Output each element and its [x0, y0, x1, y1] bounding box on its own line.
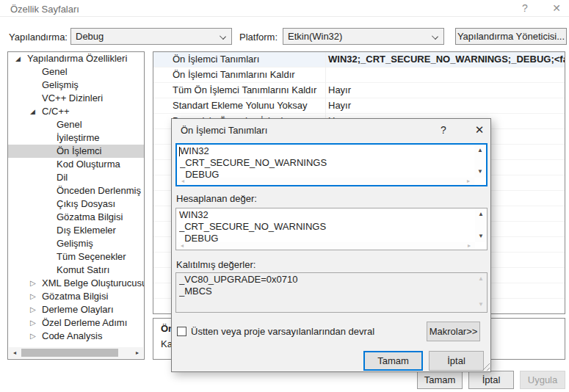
platform-label: Platform: — [239, 32, 278, 43]
tree-item-komut-satırı[interactable]: Komut Satırı — [8, 264, 144, 277]
tree-horizontal-scrollbar[interactable]: ◂ ▸ — [9, 347, 143, 358]
property-value — [327, 68, 565, 83]
ok-button[interactable]: Tamam — [417, 371, 463, 389]
tree-item-önceden-derlenmiş-ba[interactable]: Önceden Derlenmiş Ba — [8, 184, 144, 197]
tree-item-label: Gözatma Bilgisi — [42, 290, 108, 303]
scroll-down-icon[interactable]: ▼ — [474, 167, 486, 176]
scroll-up-icon[interactable]: ▲ — [475, 275, 487, 283]
tree-item-label: Yapılandırma Özellikleri — [27, 52, 127, 65]
window-titlebar: Özellik Sayfaları ? ✕ — [0, 0, 569, 17]
tree-item-vc++-dizinleri[interactable]: VC++ Dizinleri — [8, 92, 144, 105]
help-icon[interactable]: ? — [518, 2, 532, 14]
inherited-text: _VC80_UPGRADE=0x0710 _MBCS — [179, 274, 474, 311]
property-row[interactable]: Ön İşlemci Tanımlarını Kaldır — [153, 68, 565, 83]
macros-button[interactable]: Makrolar>> — [427, 322, 480, 341]
property-row[interactable]: Ön İşlemci TanımlarıWIN32;_CRT_SECURE_NO… — [153, 52, 565, 68]
tree-item-dil[interactable]: Dil — [8, 171, 144, 184]
cancel-button[interactable]: İptal — [468, 371, 514, 389]
tree-item-gözatma-bilgisi[interactable]: Gözatma Bilgisi — [8, 211, 144, 224]
vertical-scrollbar[interactable]: ▲ ▼ — [475, 208, 487, 242]
tree-item-gelişmiş[interactable]: Gelişmiş — [8, 79, 144, 92]
scroll-up-icon[interactable]: ▲ — [475, 210, 487, 219]
close-icon[interactable]: ✕ — [471, 123, 488, 137]
inherit-checkbox[interactable] — [177, 327, 186, 336]
tree-item-özel-derleme-adımı[interactable]: ▷Özel Derleme Adımı — [8, 316, 144, 330]
expanded-arrow-icon[interactable]: ◢ — [30, 105, 35, 118]
window-title: Özellik Sayfaları — [10, 4, 79, 15]
tree-item-çıkış-dosyası[interactable]: Çıkış Dosyası — [8, 197, 144, 211]
definitions-edit-box[interactable]: WIN32 _CRT_SECURE_NO_WARNINGS _DEBUG ▲ ▼… — [175, 143, 488, 186]
tree-item-label: Önceden Derlenmiş Ba — [57, 184, 144, 197]
chevron-down-icon — [432, 33, 438, 40]
configuration-tree: ◢Yapılandırma ÖzellikleriGenelGelişmişVC… — [7, 51, 145, 360]
vertical-scrollbar[interactable]: ▲ ▼ — [475, 273, 487, 311]
tree-item-label: Ön İşlemci — [57, 145, 101, 158]
tree-item-kod-oluşturma[interactable]: Kod Oluşturma — [8, 158, 144, 171]
property-value: WIN32;_CRT_SECURE_NO_WARNINGS;_DEBUG;<fa… — [327, 52, 565, 68]
scroll-right-icon[interactable]: ▸ — [465, 242, 474, 250]
tree-item-label: XML Belge Oluşturucusu — [42, 277, 144, 290]
tree-item-tüm-seçenekler[interactable]: Tüm Seçenekler — [8, 250, 144, 264]
platform-dropdown[interactable]: Etkin(Win32) — [283, 28, 444, 45]
tree-item-label: Gelişmiş — [42, 79, 79, 92]
property-name: Standart Ekleme Yolunu Yoksay — [153, 98, 326, 114]
inherit-checkbox-label: Üstten veya proje varsayılanlarından dev… — [191, 326, 374, 337]
configuration-dropdown[interactable]: Debug — [70, 28, 232, 45]
tree-item-label: Gelişmiş — [57, 237, 93, 250]
tree-item-dış-eklemeler[interactable]: Dış Eklemeler — [8, 224, 144, 237]
definitions-text: WIN32 _CRT_SECURE_NO_WARNINGS _DEBUG — [180, 145, 473, 178]
collapsed-arrow-icon[interactable]: ▷ — [30, 290, 36, 303]
scroll-down-icon[interactable]: ▼ — [475, 232, 487, 241]
configuration-value: Debug — [76, 31, 104, 42]
tree-item-label: Özel Derleme Adımı — [42, 316, 127, 330]
tree-item-gözatma-bilgisi[interactable]: ▷Gözatma Bilgisi — [8, 290, 144, 303]
expanded-arrow-icon[interactable]: ◢ — [15, 52, 21, 65]
property-value: Hayır — [327, 83, 565, 98]
evaluated-text: WIN32 _CRT_SECURE_NO_WARNINGS _DEBUG — [179, 209, 474, 242]
vertical-scrollbar[interactable]: ▲ ▼ — [474, 145, 486, 178]
tree-item-i-yileştirme[interactable]: İyileştirme — [8, 131, 144, 145]
collapsed-arrow-icon[interactable]: ▷ — [30, 330, 36, 343]
property-name: Ön İşlemci Tanımları — [153, 52, 326, 68]
scroll-left-icon[interactable]: ◂ — [178, 178, 187, 185]
scroll-right-icon[interactable]: ▸ — [464, 178, 473, 185]
tree-item-c/c++[interactable]: ◢C/C++ — [8, 105, 144, 118]
tree-item-derleme-olayları[interactable]: ▷Derleme Olayları — [8, 303, 144, 316]
collapsed-arrow-icon[interactable]: ▷ — [30, 303, 36, 316]
cancel-button[interactable]: İptal — [429, 351, 484, 371]
collapsed-arrow-icon[interactable]: ▷ — [30, 277, 36, 290]
scroll-up-icon[interactable]: ▲ — [474, 146, 486, 155]
horizontal-scrollbar[interactable]: ◂ ▸ — [176, 242, 475, 250]
tree-item-label: Komut Satırı — [57, 264, 109, 277]
evaluated-value-box[interactable]: WIN32 _CRT_SECURE_NO_WARNINGS _DEBUG ▲ ▼… — [175, 208, 488, 250]
property-row[interactable]: Standart Ekleme Yolunu YoksayHayır — [153, 98, 565, 114]
tree-item-label: Derleme Olayları — [42, 303, 114, 316]
horizontal-scrollbar[interactable]: ◂ ▸ — [177, 178, 474, 185]
chevron-down-icon — [220, 33, 226, 40]
tree-item-genel[interactable]: Genel — [8, 65, 144, 79]
tree-item-code-analysis[interactable]: ▷Code Analysis — [8, 330, 144, 343]
dialog-title: Ön İşlemci Tanımları — [181, 125, 267, 136]
inherited-values-box[interactable]: _VC80_UPGRADE=0x0710 _MBCS ▲ ▼ — [175, 272, 488, 313]
tree-item-gelişmiş[interactable]: Gelişmiş — [8, 237, 144, 250]
help-icon[interactable]: ? — [436, 124, 451, 136]
scroll-down-icon[interactable]: ▼ — [475, 300, 487, 309]
scroll-left-icon[interactable]: ◂ — [178, 242, 186, 250]
property-value: Hayır — [327, 98, 565, 114]
inherited-values-label: Kalıtılmış değerler: — [176, 259, 255, 270]
tree-item-label: VC++ Dizinleri — [42, 92, 103, 105]
tree-item-genel[interactable]: Genel — [8, 118, 144, 131]
scroll-left-icon[interactable]: ◂ — [10, 348, 20, 357]
scrollbar-thumb[interactable] — [21, 349, 118, 357]
property-row[interactable]: Tüm Ön İşlemci Tanımlarını KaldırHayır — [153, 83, 565, 98]
tree-item-label: Kod Oluşturma — [57, 158, 120, 171]
tree-item-xml-belge-oluşturucusu[interactable]: ▷XML Belge Oluşturucusu — [8, 277, 144, 290]
tree-item-yapılandırma-özellikleri[interactable]: ◢Yapılandırma Özellikleri — [8, 52, 144, 65]
collapsed-arrow-icon[interactable]: ▷ — [30, 316, 36, 330]
tree-item-ön-i-şlemci[interactable]: Ön İşlemci — [8, 145, 144, 158]
close-icon[interactable]: ✕ — [549, 2, 564, 14]
tree-item-label: C/C++ — [42, 105, 70, 118]
scroll-right-icon[interactable]: ▸ — [132, 348, 142, 357]
configuration-manager-button[interactable]: Yapılandırma Yöneticisi... — [455, 28, 567, 45]
ok-button[interactable]: Tamam — [363, 351, 423, 371]
